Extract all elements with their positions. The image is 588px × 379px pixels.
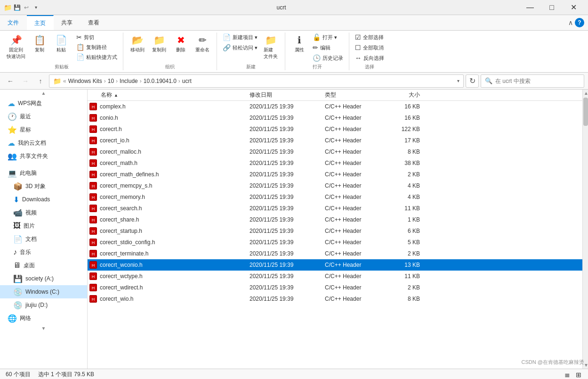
col-header-size[interactable]: 大小 — [386, 91, 424, 99]
file-row[interactable]: H corecrt_share.h 2020/11/25 19:39 C/C++… — [88, 214, 582, 225]
file-row[interactable]: H corecrt_wctype.h 2020/11/25 19:39 C/C+… — [88, 271, 582, 282]
sidebar-item-wps[interactable]: ☁ WPS网盘 — [0, 97, 87, 110]
sidebar-item-windows-c[interactable]: 💿 Windows (C:) — [0, 285, 87, 298]
sidebar-scroll-up[interactable]: ▲ — [0, 90, 87, 97]
sidebar-label-video: 视频 — [25, 209, 37, 217]
file-row[interactable]: H corecrt_wdirect.h 2020/11/25 19:39 C/C… — [88, 282, 582, 293]
sidebar-label-downloads: Downloads — [22, 196, 50, 203]
scrollbar-thumb[interactable] — [583, 98, 588, 126]
back-button[interactable]: ← — [4, 74, 17, 88]
scrollbar-up-arrow[interactable]: ▲ — [583, 90, 588, 97]
new-item-button[interactable]: 📄 新建项目 ▾ — [221, 33, 259, 42]
minimize-button[interactable]: — — [519, 0, 541, 15]
folder-icon: 📁 — [4, 4, 11, 11]
paste-shortcut-button[interactable]: 📄 粘贴快捷方式 — [74, 52, 119, 62]
sidebar-item-music[interactable]: ♪ 音乐 — [0, 246, 87, 259]
pin-button[interactable]: 📌 固定到 快速访问 — [4, 33, 28, 62]
copy-button[interactable]: 📋 复制 — [29, 33, 50, 55]
history-button[interactable]: 🕒 历史记录 — [311, 53, 345, 63]
sidebar-item-starred[interactable]: ⭐ 星标 — [0, 123, 87, 136]
invert-selection-button[interactable]: ↔ 反向选择 — [353, 53, 386, 63]
delete-button[interactable]: ✖ 删除 — [170, 33, 191, 55]
paste-button[interactable]: 📄 粘贴 — [51, 33, 72, 55]
address-path[interactable]: 📁 « Windows Kits › 10 › Include › 10.0.1… — [49, 74, 464, 88]
file-row[interactable]: H corecrt_stdio_config.h 2020/11/25 19:3… — [88, 237, 582, 248]
sidebar-item-network[interactable]: 🌐 网络 — [0, 312, 87, 325]
up-button[interactable]: ↑ — [34, 74, 47, 88]
right-scrollbar[interactable]: ▲ ▼ — [582, 90, 588, 369]
tab-file[interactable]: 文件 — [0, 15, 27, 30]
file-row[interactable]: H corecrt_io.h 2020/11/25 19:39 C/C++ He… — [88, 135, 582, 146]
list-view-button[interactable]: ≣ — [564, 370, 571, 379]
sidebar-item-pictures[interactable]: 🖼 图片 — [0, 219, 87, 232]
tab-view[interactable]: 查看 — [81, 15, 107, 30]
file-row[interactable]: H corecrt_memory.h 2020/11/25 19:39 C/C+… — [88, 191, 582, 203]
tab-home[interactable]: 主页 — [27, 15, 54, 30]
tab-share[interactable]: 共享 — [54, 15, 81, 30]
file-row[interactable]: H corecrt_math_defines.h 2020/11/25 19:3… — [88, 169, 582, 180]
file-row[interactable]: H corecrt_wconio.h 2020/11/25 19:39 C/C+… — [88, 259, 582, 271]
properties-button[interactable]: ℹ 属性 — [289, 33, 310, 55]
file-cell-type: C/C++ Header — [325, 137, 386, 144]
file-type-icon: H — [89, 205, 97, 212]
path-part-0[interactable]: Windows Kits — [68, 78, 102, 84]
file-row[interactable]: H corecrt_startup.h 2020/11/25 19:39 C/C… — [88, 225, 582, 237]
sidebar-item-3d[interactable]: 📦 3D 对象 — [0, 180, 87, 193]
file-row[interactable]: H corecrt_memcpy_s.h 2020/11/25 19:39 C/… — [88, 180, 582, 191]
rename-button[interactable]: ✏ 重命名 — [192, 33, 213, 55]
path-part-3[interactable]: 10.0.19041.0 — [144, 78, 177, 84]
file-row[interactable]: H corecrt_terminate.h 2020/11/25 19:39 C… — [88, 248, 582, 259]
file-row[interactable]: H corecrt_math.h 2020/11/25 19:39 C/C++ … — [88, 157, 582, 169]
forward-button[interactable]: → — [19, 74, 32, 88]
cut-button[interactable]: ✂ 剪切 — [74, 33, 119, 42]
search-box[interactable]: 🔍 — [481, 74, 584, 88]
new-item-icon: 📄 — [223, 33, 231, 41]
sidebar-item-documents[interactable]: 📄 文档 — [0, 232, 87, 246]
edit-button[interactable]: ✏ 编辑 — [311, 43, 345, 52]
copy-path-button[interactable]: 📋 复制路径 — [74, 42, 119, 52]
file-row[interactable]: H corecrt_wio.h 2020/11/25 19:39 C/C++ H… — [88, 293, 582, 305]
copy-to-button[interactable]: 📁 复制到 — [149, 33, 169, 55]
col-header-name[interactable]: 名称 ▲ — [89, 91, 250, 99]
scrollbar-down-arrow[interactable]: ▼ — [583, 362, 588, 369]
sidebar-item-this-pc[interactable]: 💻 此电脑 — [0, 166, 87, 180]
file-row[interactable]: H complex.h 2020/11/25 19:39 C/C++ Heade… — [88, 101, 582, 112]
path-part-2[interactable]: Include — [120, 78, 138, 84]
sidebar-item-jiujiu-d[interactable]: 💿 jiujiu (D:) — [0, 298, 87, 312]
file-cell-type: C/C++ Header — [325, 148, 386, 155]
sidebar-item-downloads[interactable]: ⬇ Downloads — [0, 193, 87, 206]
sidebar-item-mycloud[interactable]: ☁ 我的云文档 — [0, 136, 87, 149]
sidebar-item-video[interactable]: 📹 视频 — [0, 206, 87, 219]
move-to-button[interactable]: 📂 移动到 — [127, 33, 148, 55]
file-row[interactable]: H conio.h 2020/11/25 19:39 C/C++ Header … — [88, 112, 582, 124]
ribbon-collapse-icon[interactable]: ∧ — [568, 19, 573, 26]
file-name-text: corecrt_memory.h — [100, 194, 145, 200]
sidebar-scroll-down[interactable]: ▼ — [0, 325, 87, 332]
sidebar-item-desktop[interactable]: 🖥 桌面 — [0, 259, 87, 272]
col-header-type[interactable]: 类型 — [325, 91, 386, 99]
new-folder-button[interactable]: 📁 新建 文件夹 — [260, 33, 281, 62]
ribbon-help-icon[interactable]: ? — [575, 18, 584, 27]
dropdown-icon[interactable]: ▾ — [32, 4, 40, 11]
sidebar-item-shared[interactable]: 👥 共享文件夹 — [0, 149, 87, 163]
select-none-button[interactable]: ☐ 全部取消 — [353, 43, 386, 52]
col-header-date[interactable]: 修改日期 — [250, 91, 325, 99]
sidebar-item-recent[interactable]: 🕐 最近 — [0, 110, 87, 123]
open-button[interactable]: 🔓 打开 ▾ — [311, 33, 345, 42]
file-row[interactable]: H corecrt.h 2020/11/25 19:39 C/C++ Heade… — [88, 124, 582, 135]
file-row[interactable]: H corecrt_malloc.h 2020/11/25 19:39 C/C+… — [88, 146, 582, 157]
path-part-1[interactable]: 10 — [108, 78, 114, 84]
sidebar-item-society[interactable]: 💾 society (A:) — [0, 272, 87, 285]
file-cell-name: H corecrt_wio.h — [89, 295, 250, 303]
select-all-button[interactable]: ☑ 全部选择 — [353, 33, 386, 42]
maximize-button[interactable]: □ — [541, 0, 563, 15]
refresh-button[interactable]: ↻ — [466, 74, 479, 88]
search-input[interactable] — [495, 78, 580, 84]
file-row[interactable]: H corecrt_search.h 2020/11/25 19:39 C/C+… — [88, 203, 582, 214]
close-button[interactable]: ✕ — [563, 0, 584, 15]
grid-view-button[interactable]: ⊞ — [575, 370, 582, 379]
file-cell-type: C/C++ Header — [325, 126, 386, 132]
path-dropdown-icon[interactable]: ▾ — [457, 78, 459, 83]
easy-access-button[interactable]: 🔗 轻松访问 ▾ — [221, 43, 259, 52]
path-part-4[interactable]: ucrt — [182, 78, 192, 84]
